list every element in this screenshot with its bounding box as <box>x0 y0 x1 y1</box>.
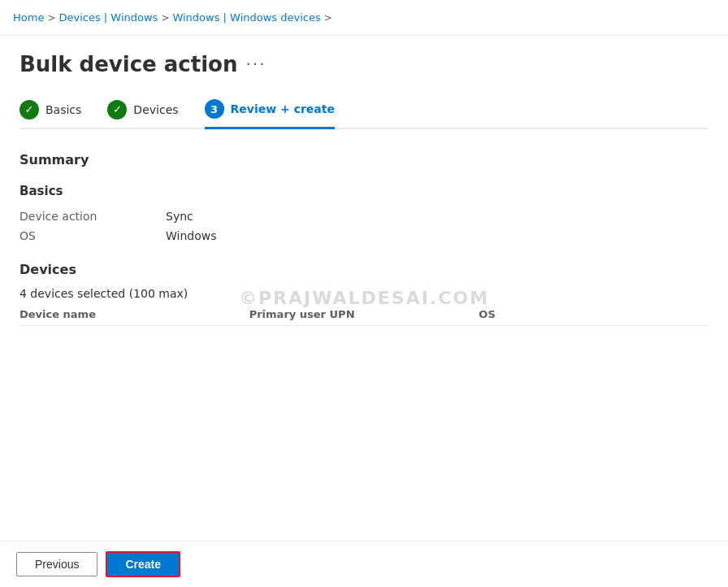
summary-section: Summary Basics Device action Sync OS Win… <box>20 152 708 242</box>
breadcrumb-sep-1: > <box>47 12 55 24</box>
step-review-label: Review + create <box>231 102 335 115</box>
summary-row-device-action: Device action Sync <box>20 210 708 223</box>
step-devices[interactable]: ✓ Devices <box>107 100 178 128</box>
create-button[interactable]: Create <box>106 551 180 577</box>
devices-section-title: Devices <box>20 262 708 277</box>
breadcrumb: Home > Devices | Windows > Windows | Win… <box>13 11 332 24</box>
summary-title: Summary <box>20 152 708 167</box>
top-bar: Home > Devices | Windows > Windows | Win… <box>0 0 728 36</box>
breadcrumb-windows-devices[interactable]: Windows | Windows devices <box>172 11 320 24</box>
col-primary: Primary user UPN <box>249 308 479 320</box>
previous-button[interactable]: Previous <box>16 552 98 576</box>
devices-table-header: Device name Primary user UPN OS <box>20 308 708 326</box>
summary-value-os: Windows <box>166 229 217 242</box>
page-title: Bulk device action <box>20 52 237 76</box>
step-basics-circle: ✓ <box>20 100 39 120</box>
step-review-circle: 3 <box>205 99 224 119</box>
more-options-icon[interactable]: ··· <box>245 54 266 74</box>
basics-section-title: Basics <box>20 184 708 198</box>
summary-row-os: OS Windows <box>20 229 708 242</box>
bottom-bar: Previous Create <box>0 541 728 587</box>
step-review[interactable]: 3 Review + create <box>205 99 335 129</box>
summary-value-device-action: Sync <box>166 210 193 223</box>
breadcrumb-home[interactable]: Home <box>13 11 44 24</box>
step-devices-label: Devices <box>133 103 178 116</box>
summary-label-os: OS <box>20 229 166 242</box>
steps-row: ✓ Basics ✓ Devices 3 Review + create <box>20 99 708 129</box>
page-header: Bulk device action ··· <box>20 52 708 76</box>
devices-section: Devices 4 devices selected (100 max) Dev… <box>20 262 708 326</box>
col-os: OS <box>479 308 708 320</box>
col-device: Device name <box>20 308 249 320</box>
step-basics-label: Basics <box>46 103 81 116</box>
summary-label-device-action: Device action <box>20 210 166 223</box>
breadcrumb-devices-windows[interactable]: Devices | Windows <box>58 11 158 24</box>
devices-count: 4 devices selected (100 max) <box>20 287 708 300</box>
breadcrumb-sep-3: > <box>324 12 332 24</box>
step-devices-circle: ✓ <box>107 100 127 120</box>
step-basics[interactable]: ✓ Basics <box>20 100 81 128</box>
main-content: Bulk device action ··· ✓ Basics ✓ Device… <box>0 36 728 587</box>
page-wrapper: Home > Devices | Windows > Windows | Win… <box>0 0 728 587</box>
breadcrumb-sep-2: > <box>161 12 169 24</box>
